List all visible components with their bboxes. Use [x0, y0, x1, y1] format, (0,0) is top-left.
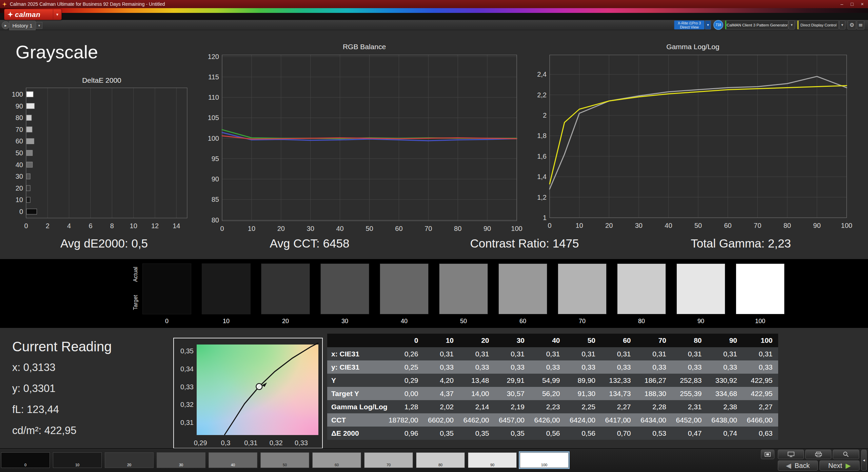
gray-swatch-label: 40	[380, 318, 429, 325]
close-button[interactable]: ×	[857, 0, 867, 8]
svg-text:80: 80	[16, 114, 23, 121]
svg-text:50: 50	[694, 222, 702, 229]
table-cell: 30,57	[495, 390, 530, 398]
gray-step-button-60[interactable]: 60	[312, 452, 361, 468]
calman-menu-caret-icon[interactable]: ▾	[53, 9, 61, 20]
history-nav-button[interactable]: ▸	[2, 21, 9, 29]
gray-swatch: 30	[320, 263, 369, 325]
gray-step-label: 40	[209, 463, 257, 467]
meter-dropdown-caret-icon[interactable]: ▾	[705, 20, 711, 29]
table-column-header: 90	[707, 336, 743, 345]
gray-step-button-80[interactable]: 80	[416, 452, 465, 468]
table-cell: 6417,00	[601, 416, 636, 424]
back-button-label: Back	[794, 462, 809, 470]
gray-step-button-20[interactable]: 20	[105, 452, 154, 468]
gray-swatch: 50	[439, 263, 488, 325]
next-button[interactable]: Next ▶	[820, 460, 860, 471]
svg-text:120: 120	[208, 53, 219, 60]
app-window: Calman 2025 Calman Ultimate for Business…	[0, 0, 868, 472]
table-row-label: ΔE 2000	[327, 429, 388, 437]
svg-text:1,6: 1,6	[537, 153, 547, 160]
gray-step-label: 70	[364, 463, 413, 467]
table-cell: 6424,00	[566, 416, 601, 424]
svg-text:100: 100	[511, 225, 522, 232]
pattern-generator-caret-icon[interactable]: ▾	[789, 20, 795, 29]
gray-swatch: 90	[676, 263, 725, 325]
display-view-button[interactable]	[778, 450, 804, 459]
gray-swatch-label: 60	[498, 318, 547, 325]
table-cell: 89,90	[566, 376, 601, 385]
svg-text:0,32: 0,32	[180, 401, 194, 408]
report-print-button[interactable]	[805, 450, 831, 459]
workflow-menu-icon[interactable]: ≡	[857, 20, 864, 29]
display-control-button[interactable]: Direct Display Control	[797, 20, 839, 29]
svg-text:80: 80	[454, 225, 461, 232]
calman-star-icon	[7, 12, 13, 17]
table-cell: 2,25	[566, 403, 601, 411]
gamma-chart: Gamma Log/Log 01020304050607080901002,42…	[527, 43, 859, 236]
gray-swatch-label: 20	[261, 318, 310, 325]
table-cell: 0,33	[636, 363, 672, 371]
gray-step-label: 10	[53, 463, 101, 467]
table-row: x: CIE310,260,310,310,310,310,310,310,31…	[327, 347, 778, 360]
tab-list-caret-icon[interactable]: ▾	[36, 22, 42, 29]
svg-text:40: 40	[16, 161, 23, 169]
gray-step-button-50[interactable]: 50	[260, 452, 309, 468]
svg-text:0,32: 0,32	[270, 439, 283, 447]
minimize-button[interactable]: –	[837, 0, 847, 8]
gray-swatch-label: 80	[617, 318, 666, 325]
gray-step-button-0[interactable]: 0	[1, 452, 50, 468]
pattern-generator-button[interactable]: CalMAN Client 3 Pattern Generator	[725, 20, 788, 29]
display-control-caret-icon[interactable]: ▾	[839, 20, 845, 29]
reading-x: x: 0,3133	[12, 361, 56, 374]
table-cell: 255,39	[672, 390, 707, 398]
table-column-header: 10	[424, 336, 459, 345]
gray-swatch: 80	[617, 263, 666, 325]
table-cell: 0,63	[743, 429, 778, 437]
table-cell: 18782,00	[388, 416, 424, 424]
gray-step-button-30[interactable]: 30	[157, 452, 205, 468]
maximize-button[interactable]: □	[847, 0, 857, 8]
back-button[interactable]: ◀ Back	[778, 460, 818, 471]
gray-step-label: 30	[157, 463, 205, 467]
gray-swatch-patch	[380, 263, 429, 314]
stat-total-gamma: Total Gamma: 2,23	[691, 237, 791, 250]
gray-step-button-100[interactable]: 100	[520, 452, 569, 468]
settings-gear-icon[interactable]: ⚙	[848, 20, 856, 29]
next-button-label: Next	[828, 462, 842, 470]
zoom-view-button[interactable]	[833, 450, 859, 459]
pattern-window-icon	[765, 452, 771, 457]
gray-swatch-label: 100	[736, 318, 785, 325]
gray-step-button-40[interactable]: 40	[209, 452, 257, 468]
svg-text:90: 90	[212, 175, 219, 183]
reading-fl: fL: 123,44	[12, 404, 59, 416]
gray-swatch: 100	[736, 263, 785, 325]
rgb-balance-chart: RGB Balance 0102030405060708090100120115…	[202, 43, 527, 239]
calman-menu-button[interactable]: calman ▾	[4, 9, 62, 20]
magnifier-icon	[843, 451, 849, 457]
drawer-collapse-button[interactable]: ◂	[861, 450, 867, 471]
table-cell: 422,95	[743, 390, 778, 398]
gray-swatch-patch	[439, 263, 488, 314]
meter-button[interactable]: X-Rite i1Pro 3 Direct View	[674, 20, 705, 29]
pattern-window-button[interactable]	[761, 450, 774, 459]
table-cell: 6466,00	[743, 416, 778, 424]
svg-text:20: 20	[605, 222, 613, 229]
table-column-header: 0	[388, 336, 424, 345]
gray-swatch-label: 30	[320, 318, 369, 325]
gray-step-button-70[interactable]: 70	[364, 452, 413, 468]
svg-text:10: 10	[16, 196, 23, 203]
table-cell: 0,35	[424, 429, 459, 437]
table-cell: 188,30	[636, 390, 672, 398]
table-cell: 91,30	[566, 390, 601, 398]
svg-text:0: 0	[19, 208, 23, 215]
gray-step-button-90[interactable]: 90	[468, 452, 517, 468]
tab-history-1[interactable]: History 1	[9, 21, 36, 30]
svg-text:0,33: 0,33	[295, 439, 308, 447]
table-cell: 2,02	[424, 403, 459, 411]
table-cell: 4,20	[424, 376, 459, 385]
gray-step-button-10[interactable]: 10	[53, 452, 102, 468]
gray-swatch: 0	[142, 263, 191, 325]
gray-swatch-patch	[498, 263, 547, 314]
svg-text:90: 90	[484, 225, 491, 232]
